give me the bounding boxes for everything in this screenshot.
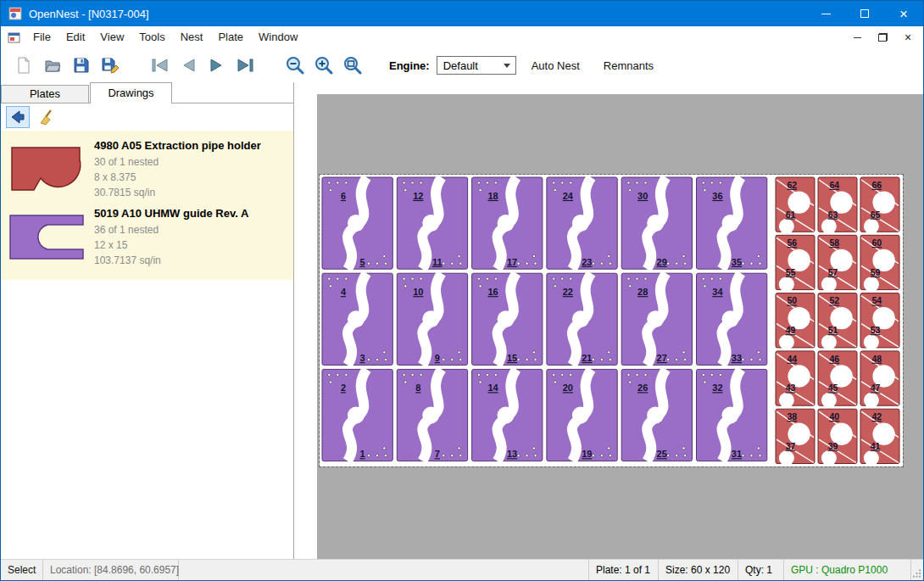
- nav-last-button[interactable]: [231, 52, 260, 79]
- menu-tools[interactable]: Tools: [131, 26, 172, 48]
- nav-prev-icon: [177, 57, 199, 74]
- menu-window[interactable]: Window: [251, 26, 305, 48]
- list-item[interactable]: 5019 A10 UHMW guide Rev. A 36 of 1 neste…: [1, 204, 293, 271]
- red-part-pair[interactable]: 5655: [776, 235, 815, 292]
- statusbar: Select Location: [84.8696, 60.6957] Plat…: [1, 559, 923, 580]
- close-button[interactable]: ×: [884, 1, 923, 26]
- new-button[interactable]: [9, 52, 38, 79]
- save-button[interactable]: [67, 52, 96, 79]
- nest-canvas[interactable]: 6512111817242330293635431091615222128273…: [317, 94, 923, 559]
- red-part-pair[interactable]: 4241: [860, 409, 899, 466]
- purple-part-pair[interactable]: 3231: [697, 369, 767, 461]
- tab-plates[interactable]: Plates: [1, 85, 89, 103]
- svg-text:29: 29: [657, 257, 667, 267]
- drawing-list: 4980 A05 Extraction pipe holder 30 of 1 …: [1, 131, 293, 280]
- purple-part-pair[interactable]: 2625: [621, 369, 692, 461]
- svg-text:32: 32: [712, 383, 722, 393]
- auto-nest-button[interactable]: Auto Nest: [523, 54, 588, 77]
- svg-text:48: 48: [871, 354, 882, 364]
- zoom-fit-button[interactable]: [338, 52, 367, 79]
- svg-text:7: 7: [435, 449, 440, 459]
- mdi-restore-icon: [878, 33, 888, 42]
- plate[interactable]: 6512111817242330293635431091615222128273…: [320, 175, 903, 466]
- mdi-minimize-button[interactable]: [850, 31, 864, 44]
- remnants-button[interactable]: Remnants: [595, 54, 662, 77]
- zoom-in-button[interactable]: [309, 52, 338, 79]
- broom-icon: [38, 109, 55, 126]
- open-button[interactable]: [38, 52, 67, 79]
- resize-grip-icon[interactable]: [911, 560, 923, 580]
- menu-plate[interactable]: Plate: [210, 26, 251, 48]
- menu-edit[interactable]: Edit: [58, 26, 92, 48]
- purple-part-pair[interactable]: 65: [322, 177, 392, 269]
- save-as-button[interactable]: [96, 52, 125, 79]
- red-part-pair[interactable]: 4039: [818, 409, 857, 466]
- main-area: Plates Drawings 4980 A05 Extraction pip: [1, 82, 923, 559]
- red-part-pair[interactable]: 4443: [776, 351, 815, 408]
- purple-part-pair[interactable]: 1413: [472, 369, 543, 461]
- nav-next-button[interactable]: [203, 52, 231, 79]
- new-icon: [14, 56, 33, 75]
- svg-text:25: 25: [657, 449, 667, 459]
- svg-text:59: 59: [871, 267, 881, 277]
- panel-tabs: Plates Drawings: [1, 82, 293, 103]
- purple-part-pair[interactable]: 3433: [697, 273, 767, 365]
- status-plate: Plate: 1 of 1: [589, 560, 659, 580]
- menu-nest[interactable]: Nest: [173, 26, 211, 48]
- red-part-pair[interactable]: 6463: [818, 177, 857, 234]
- purple-part-pair[interactable]: 2019: [547, 369, 617, 461]
- svg-text:1: 1: [359, 449, 365, 459]
- purple-part-pair[interactable]: 87: [397, 369, 467, 461]
- tab-drawings[interactable]: Drawings: [90, 82, 172, 103]
- purple-part-pair[interactable]: 1615: [472, 273, 543, 365]
- purple-part-pair[interactable]: 43: [322, 273, 392, 365]
- drawing-meta: 5019 A10 UHMW guide Rev. A 36 of 1 neste…: [87, 207, 248, 268]
- red-part-pair[interactable]: 5453: [860, 293, 899, 350]
- red-part-pair[interactable]: 6059: [860, 235, 899, 292]
- titlebar[interactable]: OpenNest - [N0317-004] ×: [1, 1, 923, 26]
- red-part-pair[interactable]: 3837: [776, 409, 815, 466]
- red-part-pair[interactable]: 5251: [818, 293, 857, 350]
- purple-part-pair[interactable]: 1211: [397, 177, 467, 269]
- purple-part-pair[interactable]: 2423: [547, 177, 617, 269]
- purple-part-pair[interactable]: 3029: [621, 177, 692, 269]
- clear-button[interactable]: [35, 106, 58, 128]
- purple-part-pair[interactable]: 1817: [472, 177, 543, 269]
- list-item[interactable]: 4980 A05 Extraction pipe holder 30 of 1 …: [1, 136, 293, 204]
- red-part-pair[interactable]: 5857: [818, 235, 857, 292]
- purple-part-pair[interactable]: 2221: [547, 273, 617, 365]
- window-title: OpenNest - [N0317-004]: [29, 8, 149, 20]
- red-part-pair[interactable]: 4847: [860, 351, 899, 408]
- red-part-pair[interactable]: 5049: [776, 293, 815, 350]
- menu-file[interactable]: File: [25, 26, 58, 48]
- maximize-button[interactable]: [845, 1, 884, 26]
- engine-value: Default: [443, 59, 478, 72]
- nav-prev-button[interactable]: [174, 52, 203, 79]
- red-part-pair[interactable]: 6261: [776, 177, 815, 234]
- red-part-pair[interactable]: 6665: [860, 177, 899, 234]
- zoom-out-button[interactable]: [281, 52, 309, 79]
- svg-text:56: 56: [787, 237, 797, 248]
- svg-text:46: 46: [829, 354, 839, 364]
- svg-text:41: 41: [871, 441, 881, 451]
- svg-text:35: 35: [732, 257, 742, 267]
- chevron-down-icon: [504, 64, 510, 68]
- purple-part-pair[interactable]: 21: [322, 369, 392, 461]
- mdi-close-button[interactable]: ×: [901, 31, 915, 44]
- svg-text:21: 21: [582, 353, 592, 363]
- drawing-size: 12 x 15: [94, 237, 248, 253]
- engine-select[interactable]: Default: [437, 56, 516, 75]
- svg-text:15: 15: [507, 353, 517, 363]
- minimize-button[interactable]: [806, 1, 845, 26]
- svg-text:5: 5: [359, 257, 365, 267]
- panel-filler: [1, 280, 293, 559]
- purple-part-pair[interactable]: 2827: [621, 273, 692, 365]
- purple-part-pair[interactable]: 109: [397, 273, 467, 365]
- maximize-icon: [860, 9, 869, 18]
- red-part-pair[interactable]: 4645: [818, 351, 857, 408]
- purple-part-pair[interactable]: 3635: [697, 177, 767, 269]
- nav-first-button[interactable]: [145, 52, 174, 79]
- mdi-restore-button[interactable]: [876, 31, 889, 44]
- menu-view[interactable]: View: [92, 26, 131, 48]
- send-back-button[interactable]: [6, 106, 30, 128]
